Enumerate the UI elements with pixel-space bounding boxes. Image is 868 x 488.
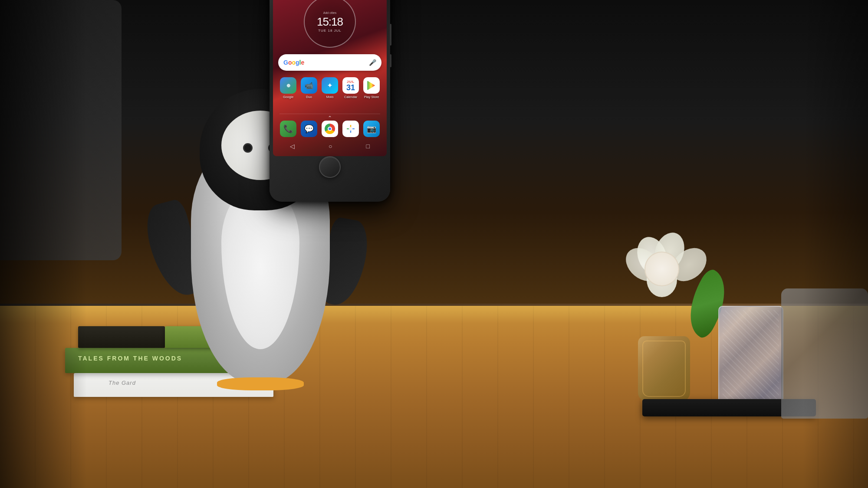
playstore-app-icon xyxy=(363,77,380,94)
crystal-body xyxy=(718,306,783,410)
phone-screen: ⬡ ⊙ ▲ ▊ ▐ 15:18 Add cities 15:18 TUE 18 … xyxy=(273,0,387,156)
vase-body xyxy=(638,336,690,401)
background: The Gard TALES FROM THE WOODS FELIX xyxy=(0,0,868,488)
power-button xyxy=(390,54,391,67)
photos-app-icon xyxy=(342,121,359,137)
nav-bar: ◁ ○ □ xyxy=(273,140,387,153)
crystal-pattern xyxy=(723,310,779,406)
book-dark xyxy=(78,326,165,348)
volume-button xyxy=(390,24,391,46)
app-duo[interactable]: 📹 Duo xyxy=(301,77,317,99)
playstore-app-label: Play Store xyxy=(364,95,379,99)
penguin-eye-left xyxy=(243,143,253,153)
recents-button[interactable]: □ xyxy=(366,143,370,150)
chrome-center-dot xyxy=(328,127,332,131)
duo-app-label: Duo xyxy=(306,95,312,99)
app-calendar[interactable]: JUL 31 Calendar xyxy=(342,77,359,99)
wall xyxy=(0,0,868,304)
cal-day-number: 31 xyxy=(346,84,355,92)
phone-frame: moto ⬡ ⊙ ▲ ▊ ▐ 15:18 xyxy=(270,0,390,202)
playstore-icon-svg xyxy=(366,80,377,91)
dock-chrome[interactable] xyxy=(322,121,338,137)
search-mic-icon[interactable]: 🎤 xyxy=(369,59,376,66)
app-grid: ⊕ Google 📹 Duo ✦ xyxy=(279,77,380,99)
vase-pattern xyxy=(642,341,686,397)
google-search-bar[interactable]: Google 🎤 xyxy=(278,54,381,71)
phone-dock: 📞 💬 xyxy=(279,114,380,139)
clock-widget[interactable]: Add cities 15:18 TUE 18 JUL xyxy=(304,0,356,48)
device-right xyxy=(781,288,868,419)
app-google[interactable]: ⊕ Google xyxy=(280,77,296,99)
dock-phone[interactable]: 📞 xyxy=(280,121,296,137)
google-logo: Google xyxy=(283,59,304,66)
dock-camera[interactable]: 📷 xyxy=(363,121,380,137)
phone: moto ⬡ ⊙ ▲ ▊ ▐ 15:18 xyxy=(270,0,390,202)
calendar-app-label: Calendar xyxy=(344,95,357,99)
clock-time: 15:18 xyxy=(317,16,343,27)
home-button-nav[interactable]: ○ xyxy=(329,143,332,150)
moto-app-icon: ✦ xyxy=(322,77,338,94)
dock-messages[interactable]: 💬 xyxy=(301,121,317,137)
phone-app-icon: 📞 xyxy=(280,121,296,137)
google-app-label: Google xyxy=(283,95,293,99)
calendar-app-icon: JUL 31 xyxy=(342,77,359,94)
penguin-feet xyxy=(217,377,304,390)
app-playstore[interactable]: Play Store xyxy=(363,77,380,99)
chrome-app-icon xyxy=(322,121,338,137)
duo-app-icon: 📹 xyxy=(301,77,317,94)
chrome-icon-graphic xyxy=(325,124,335,134)
photos-icon-svg xyxy=(345,123,356,134)
clock-date: TUE 18 JUL xyxy=(318,29,342,33)
crystal-vase xyxy=(712,288,790,410)
google-app-icon: ⊕ xyxy=(280,77,296,94)
back-button[interactable]: ◁ xyxy=(290,143,295,150)
clock-add-cities-label: Add cities xyxy=(323,11,336,14)
svg-point-0 xyxy=(349,127,353,131)
flower-center xyxy=(644,252,679,286)
moto-app-label: Motó xyxy=(326,95,334,99)
camera-app-icon: 📷 xyxy=(363,121,380,137)
dock-photos[interactable] xyxy=(342,121,359,137)
app-moto[interactable]: ✦ Motó xyxy=(322,77,338,99)
flower-vase xyxy=(599,228,729,401)
book-subtitle: The Gard xyxy=(108,380,136,386)
messages-app-icon: 💬 xyxy=(301,121,317,137)
physical-home-button[interactable] xyxy=(319,156,341,178)
chair-silhouette xyxy=(0,0,122,260)
